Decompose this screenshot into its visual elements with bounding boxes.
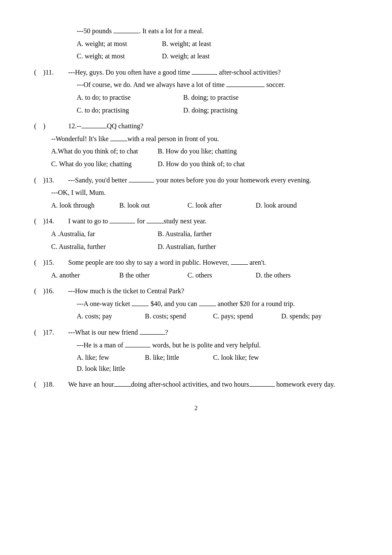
option-c: C. to do; practising [77,105,183,116]
q12-stem: ( )12.--QQ chatting? [34,121,358,132]
option-c: C. weigh; at most [77,51,162,62]
option-d: D. look around [256,200,324,211]
q17-stem: ( )17.---What is our new friend ? [34,327,358,338]
question-15: ( )15.Some people are too shy to say a w… [34,257,358,280]
option-b: B. Australia, farther [158,228,264,240]
option-c: C. look like; few [213,352,320,363]
option-a: A.What do you think of; to chat [51,146,158,157]
question-18: ( )18.We have an hourdoing after-school … [34,379,358,390]
option-c: C. others [187,270,256,281]
q14-options-cd: C. Australia, further D. Australian, fur… [51,241,358,252]
blank [226,87,265,87]
q14-options-ab: A .Australia, far B. Australia, farther [51,228,358,240]
q11-paren: ( )11. [34,67,68,78]
option-b: B. costs; spend [145,311,213,322]
blank [113,33,139,33]
blank [110,141,127,141]
q15-options: A. another B the other C. others D. the … [51,270,358,281]
option-b: B. weight; at least [162,38,247,49]
option-d: D. look like; little [77,363,183,374]
blank [192,74,217,75]
q12-paren: ( ) [34,121,68,132]
blank [114,386,131,387]
q15-paren: ( )15. [34,257,68,268]
q10-options: A. weight; at most B. weight; at least [77,38,358,49]
q13-response: ---OK, I will, Mum. [51,187,358,198]
q18-paren: ( )18. [34,379,68,390]
option-d: D. Australian, further [158,241,264,252]
option-a: A. another [51,270,119,281]
question-12: ( )12.--QQ chatting? --Wonderful! It's l… [34,121,358,169]
q17-response: ---He is a man of words, but he is polit… [77,340,358,351]
blank [129,182,154,182]
q17-options-ab: A. like; few B. like; little C. look lik… [77,352,358,374]
blank [147,223,164,223]
q13-options: A. look through B. look out C. look afte… [51,200,358,211]
option-a: A .Australia, far [51,228,158,240]
q12-options-cd: C. What do you like; chatting D. How do … [51,159,358,170]
q16-options: A. costs; pay B. costs; spend C. pays; s… [77,311,358,322]
question-13: ( )13.---Sandy, you'd better your notes … [34,175,358,211]
question-16: ( )16.---How much is the ticket to Centr… [34,286,358,322]
blank [231,264,248,265]
q12-options-ab: A.What do you think of; to chat B. How d… [51,146,358,157]
q16-response: ---A one-way ticket $40, and you can ano… [77,298,358,309]
page-number: 2 [34,403,358,413]
q11-response: ---Of course, we do. And we always have … [77,79,358,90]
option-a: A. costs; pay [77,311,145,322]
q13-stem: ( )13.---Sandy, you'd better your notes … [34,175,358,186]
option-d: D. How do you think of; to chat [158,159,264,170]
option-c: C. Australia, further [51,241,158,252]
option-a: A. to do; to practise [77,92,183,103]
option-a: A. look through [51,200,119,211]
option-b: B. like; little [145,352,213,363]
question-11: ( )11.---Hey, guys. Do you often have a … [34,67,358,116]
q16-stem: ( )16.---How much is the ticket to Centr… [34,286,358,297]
option-b: B. look out [119,200,187,211]
q14-stem: ( )14.I want to go to for study next yea… [34,216,358,227]
q13-paren: ( )13. [34,175,68,186]
option-b: B the other [119,270,187,281]
q11-options-ab: A. to do; to practise B. doing; to pract… [77,92,358,103]
blank [110,223,135,223]
q15-stem: ( )15.Some people are too shy to say a w… [34,257,358,268]
option-d: D. the others [256,270,324,281]
q11-stem: ( )11.---Hey, guys. Do you often have a … [34,67,358,78]
option-d: D. doing; practising [183,105,290,116]
option-a: A. like; few [77,352,145,363]
question-14: ( )14.I want to go to for study next yea… [34,216,358,252]
option-a: A. weight; at most [77,38,162,49]
question-17: ( )17.---What is our new friend ? ---He … [34,327,358,374]
option-d: D. weigh; at least [162,51,247,62]
option-c: C. look after [187,200,256,211]
blank [132,306,149,306]
blank [81,128,107,128]
option-b: B. doing; to practise [183,92,290,103]
blank [125,347,150,347]
q17-paren: ( )17. [34,327,68,338]
q10-indent: ---50 pounds . It eats a lot for a meal. [77,26,358,37]
q12-response: --Wonderful! It's like with a real perso… [51,133,358,145]
q14-paren: ( )14. [34,216,68,227]
q10-options-cd: C. weigh; at most D. weigh; at least [77,51,358,62]
blank [249,386,275,387]
q18-stem: ( )18.We have an hourdoing after-school … [34,379,358,390]
blank [140,334,165,335]
question-10-cont: ---50 pounds . It eats a lot for a meal.… [34,26,358,62]
q16-paren: ( )16. [34,286,68,297]
option-c: C. What do you like; chatting [51,159,158,170]
option-c: C. pays; spend [213,311,281,322]
blank [199,306,216,306]
q11-options-cd: C. to do; practising D. doing; practisin… [77,105,358,116]
option-b: B. How do you like; chatting [158,146,264,157]
option-d: D. spends; pay [281,311,349,322]
